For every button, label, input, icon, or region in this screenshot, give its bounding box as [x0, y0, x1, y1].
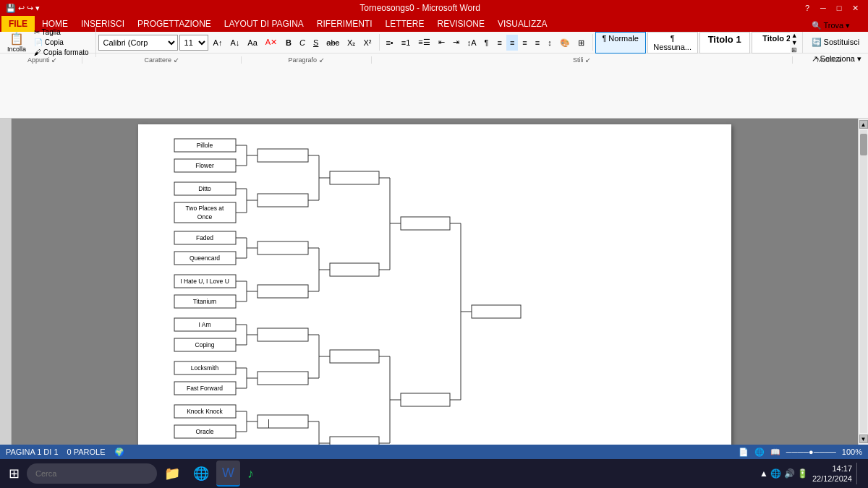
menu-bar: FILE HOME INSERISCI PROGETTAZIONE LAYOUT…: [0, 16, 868, 32]
multilevel-button[interactable]: ≡☰: [414, 35, 433, 51]
restore-button[interactable]: □: [832, 2, 846, 14]
start-button[interactable]: ⊞: [3, 461, 25, 487]
svg-text:Flower: Flower: [195, 162, 214, 169]
svg-rect-42: [258, 194, 308, 207]
font-family-select[interactable]: Calibri (Corp: [98, 35, 178, 51]
taskbar-spotify[interactable]: ♪: [242, 461, 260, 487]
taskbar: ⊞ 📁 🌐 W ♪ ▲ 🌐 🔊 🔋 14:17 22/12/2024: [0, 459, 868, 488]
italic-button[interactable]: C: [296, 35, 309, 51]
language-indicator: 🌍: [114, 448, 124, 457]
copia-button[interactable]: 📄 Copia: [32, 38, 91, 47]
align-center-button[interactable]: ≡: [506, 35, 518, 51]
vertical-scrollbar[interactable]: ▲ ▼: [858, 119, 868, 445]
window-controls[interactable]: ? ─ □ ✕: [800, 2, 862, 14]
scroll-thumb[interactable]: [860, 134, 867, 155]
svg-text:I Am: I Am: [198, 321, 210, 328]
indent-decrease-button[interactable]: ⇤: [435, 35, 448, 51]
quick-access-icon: 💾 ↩ ↪ ▾: [6, 4, 40, 13]
underline-button[interactable]: S: [310, 35, 322, 51]
layout-menu[interactable]: LAYOUT DI PAGINA: [218, 16, 310, 32]
paragraph-group: ≡• ≡1 ≡☰ ⇤ ⇥ ↕A ¶ ≡ ≡ ≡ ≡ ↕ 🎨 ⊞: [382, 34, 592, 51]
close-button[interactable]: ✕: [848, 2, 862, 14]
show-marks-button[interactable]: ¶: [481, 35, 493, 51]
svg-rect-57: [258, 328, 308, 341]
font-size-select[interactable]: 11: [179, 35, 208, 51]
view-web-icon[interactable]: 🌐: [754, 448, 765, 457]
svg-text:Pillole: Pillole: [197, 142, 213, 149]
line-spacing-button[interactable]: ↕: [544, 35, 556, 51]
taskbar-chrome[interactable]: 🌐: [187, 461, 215, 487]
svg-rect-87: [330, 350, 379, 363]
svg-text:Titanium: Titanium: [193, 298, 216, 305]
svg-rect-102: [401, 393, 450, 406]
title-bar: 💾 ↩ ↪ ▾ Torneosongs0 - Microsoft Word ? …: [0, 0, 868, 16]
revisione-menu[interactable]: REVISIONE: [432, 16, 490, 32]
taskbar-search-input[interactable]: [27, 463, 157, 484]
bullets-button[interactable]: ≡•: [382, 35, 396, 51]
scroll-track[interactable]: [860, 130, 867, 433]
stili-label: Stili ↙: [372, 56, 793, 64]
svg-rect-52: [258, 285, 308, 298]
riferimenti-menu[interactable]: RIFERIMENTI: [311, 16, 378, 32]
increase-font-button[interactable]: A↑: [210, 35, 226, 51]
taskbar-explorer[interactable]: 📁: [158, 461, 186, 487]
subscript-button[interactable]: X₂: [344, 35, 359, 51]
visualizza-menu[interactable]: VISUALIZZA: [492, 16, 553, 32]
ribbon-labels: Appunti ↙ Carattere ↙ Paragrafo ↙ Stili …: [0, 53, 868, 67]
strikethrough-button[interactable]: abc: [323, 35, 343, 51]
show-desktop-button[interactable]: [856, 463, 859, 484]
svg-rect-77: [330, 171, 379, 184]
style-titolo1[interactable]: Titolo 1: [699, 32, 750, 53]
justify-button[interactable]: ≡: [532, 35, 543, 51]
align-right-button[interactable]: ≡: [519, 35, 530, 51]
style-normale[interactable]: ¶ Normale: [595, 32, 646, 53]
view-read-icon[interactable]: 📖: [770, 448, 780, 457]
page-info: PAGINA 1 DI 1: [6, 448, 59, 457]
lettere-menu[interactable]: LETTERE: [380, 16, 430, 32]
scroll-down-button[interactable]: ▼: [859, 435, 868, 443]
style-nessuna[interactable]: ¶ Nessuna...: [647, 32, 698, 53]
progettazione-menu[interactable]: PROGETTAZIONE: [132, 16, 217, 32]
styles-group: ¶ Normale ¶ Nessuna... Titolo 1 Titolo 2…: [595, 32, 803, 53]
incolla-button[interactable]: 📋 Incolla: [3, 30, 30, 54]
svg-rect-92: [330, 437, 379, 445]
styles-scroll[interactable]: ▲ ▼ ⊞: [791, 32, 798, 53]
sort-button[interactable]: ↕A: [464, 35, 480, 51]
trova-button[interactable]: 🔍 Trova ▾: [808, 18, 865, 34]
svg-text:Knock Knock: Knock Knock: [187, 408, 223, 415]
taglia-button[interactable]: ✂ Taglia: [32, 27, 91, 37]
shading-button[interactable]: 🎨: [556, 35, 574, 51]
sostituisci-button[interactable]: 🔄 Sostituisci: [808, 35, 865, 51]
svg-text:I Hate U, I Love U: I Hate U, I Love U: [180, 278, 229, 285]
zoom-level[interactable]: 100%: [842, 448, 862, 456]
svg-text:Oracle: Oracle: [195, 428, 213, 435]
svg-rect-97: [401, 217, 450, 230]
taskbar-right: ▲ 🌐 🔊 🔋 14:17 22/12/2024: [760, 463, 865, 484]
clear-format-button[interactable]: A✕: [262, 35, 281, 51]
svg-rect-107: [472, 305, 521, 318]
svg-text:Ditto: Ditto: [198, 185, 211, 192]
taskbar-word[interactable]: W: [216, 461, 240, 487]
document-page[interactable]: Pillole Flower Ditto Two Places at Once …: [138, 124, 731, 445]
svg-rect-82: [330, 263, 379, 276]
zoom-slider[interactable]: ────●────: [786, 448, 836, 456]
view-print-icon[interactable]: 📄: [739, 448, 749, 457]
case-button[interactable]: Aa: [244, 35, 260, 51]
system-tray-icons: ▲ 🌐 🔊 🔋: [760, 468, 808, 479]
borders-button[interactable]: ⊞: [574, 35, 588, 51]
help-button[interactable]: ?: [800, 2, 814, 14]
superscript-button[interactable]: X²: [359, 35, 375, 51]
ribbon: 📋 Incolla ✂ Taglia 📄 Copia 🖌 Copia forma…: [0, 32, 868, 119]
numbering-button[interactable]: ≡1: [398, 35, 414, 51]
left-ruler: [0, 119, 12, 445]
indent-increase-button[interactable]: ⇥: [449, 35, 463, 51]
formatting-toolbar: 📋 Incolla ✂ Taglia 📄 Copia 🖌 Copia forma…: [0, 32, 868, 53]
decrease-font-button[interactable]: A↓: [226, 35, 243, 51]
date-display: 22/12/2024: [812, 474, 852, 484]
scroll-up-button[interactable]: ▲: [859, 120, 868, 129]
minimize-button[interactable]: ─: [816, 2, 830, 14]
svg-rect-62: [258, 372, 308, 385]
style-titolo2[interactable]: Titolo 2: [752, 32, 790, 53]
bold-button[interactable]: B: [282, 35, 295, 51]
align-left-button[interactable]: ≡: [493, 35, 505, 51]
